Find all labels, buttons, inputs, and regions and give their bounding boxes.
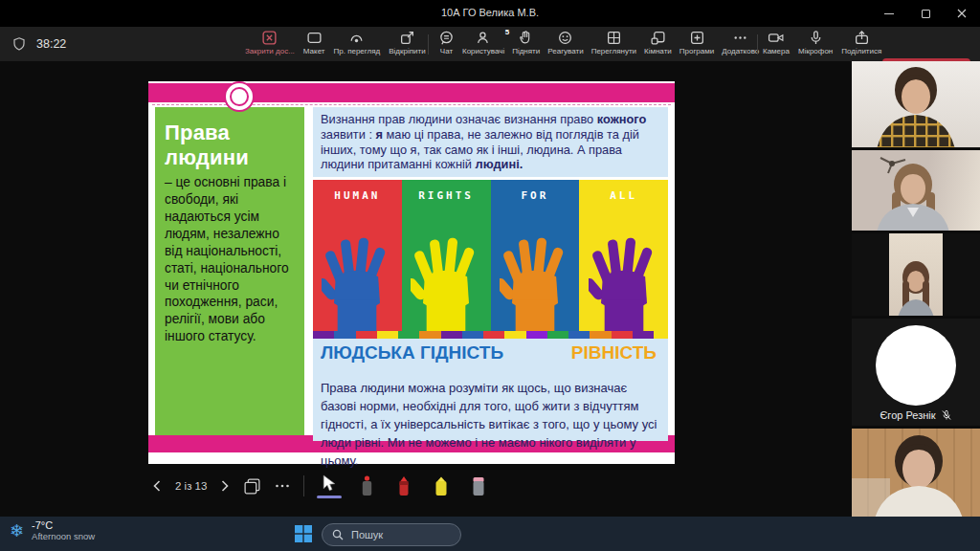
- raise-hand-icon: [518, 30, 534, 46]
- rooms-button[interactable]: Кімнати: [644, 27, 672, 61]
- participants-sidebar: Єгор Резнік: [852, 61, 980, 517]
- weather-widget[interactable]: ❄ -7°C Afternoon snow: [10, 519, 95, 541]
- stop-presenting-button[interactable]: Закрити дос...: [245, 27, 295, 61]
- poster-panel-all: ALL: [579, 180, 668, 331]
- people-icon: [476, 30, 492, 46]
- hand-icon: [411, 222, 481, 331]
- highlighter-tool[interactable]: [429, 469, 454, 503]
- color-strip: [313, 331, 668, 339]
- slide-top-paragraph: Визнання прав людини означає визнання пр…: [313, 107, 668, 177]
- eraser-icon: [471, 475, 486, 496]
- camera-icon: [768, 30, 785, 46]
- avatar: [876, 325, 956, 406]
- laser-pointer-tool[interactable]: [354, 469, 379, 503]
- poster-panel-human: HUMAN: [313, 180, 402, 331]
- slide-circle-ornament: [224, 81, 255, 112]
- participant-video: [852, 61, 980, 147]
- smiley-icon: [557, 30, 573, 46]
- close-icon: [957, 9, 967, 18]
- view-button[interactable]: Переглянути: [591, 27, 636, 61]
- mic-muted-icon: [941, 409, 952, 421]
- shield-icon: [11, 36, 27, 52]
- toolbar-divider: [757, 34, 758, 55]
- participant-video-tile[interactable]: [852, 61, 980, 147]
- camera-button[interactable]: Камера: [763, 27, 790, 61]
- cursor-icon: [322, 474, 337, 493]
- pen-icon: [396, 475, 412, 496]
- slide-definition-panel: Права людини – це основні права і свобод…: [155, 107, 304, 435]
- layout-button[interactable]: Макет: [303, 27, 325, 61]
- close-document-icon: [261, 30, 278, 46]
- share-button[interactable]: Поділитися: [841, 27, 881, 61]
- participant-video: [852, 150, 980, 231]
- snowflake-icon: ❄: [10, 520, 24, 540]
- slide-bottom-paragraph: Права людини можна розуміти як щось, що …: [321, 379, 663, 470]
- poster-panel-for: FOR: [491, 180, 580, 331]
- unpin-button[interactable]: Відкріпити: [389, 27, 425, 61]
- toolbar-divider: [428, 34, 429, 55]
- search-input[interactable]: [349, 528, 445, 541]
- presentation-slide: Права людини – це основні права і свобод…: [148, 81, 675, 464]
- participants-button[interactable]: 5 Користувачі: [462, 27, 504, 61]
- meeting-toolbar: 38:22 Закрити дос... Макет Пр. перегляд …: [0, 27, 980, 61]
- microphone-button[interactable]: Мікрофон: [798, 27, 833, 61]
- meeting-timer: 38:22: [36, 37, 66, 51]
- cursor-tool-selected[interactable]: [317, 469, 342, 503]
- minimize-button[interactable]: [871, 0, 907, 27]
- more-button[interactable]: Додатково: [722, 27, 759, 61]
- participants-count-badge: 5: [505, 28, 509, 36]
- weather-desc: Afternoon snow: [32, 531, 95, 541]
- microphone-icon: [808, 30, 824, 46]
- private-view-button[interactable]: Пр. перегляд: [333, 27, 380, 61]
- slide-title: Права людини: [165, 121, 295, 170]
- previous-slide-button[interactable]: [151, 479, 163, 493]
- apps-button[interactable]: Програми: [679, 27, 714, 61]
- slide-definition-text: – це основні права і свободи, які надают…: [165, 174, 295, 345]
- chat-icon: [438, 30, 455, 46]
- pop-out-icon: [399, 30, 415, 46]
- rooms-icon: [650, 30, 666, 46]
- teams-meeting-window: 10А ГО Велика М.В. 38:22 Закрити дос... …: [0, 0, 980, 551]
- add-app-icon: [689, 30, 705, 46]
- hand-icon: [322, 222, 392, 331]
- highlighter-icon: [433, 475, 450, 496]
- laser-pointer-icon: [360, 475, 374, 496]
- presenter-toolbar: 2 із 13: [151, 467, 491, 505]
- hand-icon: [589, 222, 659, 331]
- shared-content-stage: Права людини – це основні права і свобод…: [0, 61, 852, 517]
- weather-temp: -7°C: [32, 519, 95, 531]
- banner-equality: РІВНІСТЬ: [571, 342, 657, 364]
- participant-video-tile[interactable]: [852, 233, 980, 316]
- grid-view-icon: [606, 30, 622, 46]
- ellipsis-icon: [732, 30, 748, 46]
- private-view-icon: [348, 30, 365, 46]
- raise-hand-button[interactable]: Підняти: [512, 27, 540, 61]
- close-button[interactable]: [944, 0, 980, 27]
- banner-human-dignity: ЛЮДСЬКА ГІДНІСТЬ: [321, 342, 503, 364]
- maximize-button[interactable]: [907, 0, 944, 27]
- next-slide-button[interactable]: [219, 479, 231, 493]
- slide-grid-button[interactable]: [243, 477, 261, 496]
- participant-video: [852, 233, 980, 316]
- window-title: 10А ГО Велика М.В.: [0, 7, 980, 18]
- participant-video: [852, 429, 980, 517]
- participant-video-tile[interactable]: [852, 429, 980, 517]
- chat-button[interactable]: Чат: [438, 27, 455, 61]
- layout-icon: [306, 30, 323, 46]
- slide-page-indicator: 2 із 13: [175, 480, 207, 492]
- windows-taskbar: ❄ -7°C Afternoon snow: [0, 517, 980, 551]
- start-button[interactable]: [295, 525, 312, 542]
- human-rights-poster: HUMAN RIGHTS FOR ALL: [313, 180, 668, 331]
- participant-audio-tile[interactable]: Єгор Резнік: [852, 319, 980, 426]
- taskbar-search[interactable]: [322, 523, 461, 546]
- participant-video-tile[interactable]: [852, 150, 980, 231]
- eraser-tool[interactable]: [466, 469, 491, 503]
- poster-panel-rights: RIGHTS: [402, 180, 491, 331]
- react-button[interactable]: Реагувати: [547, 27, 583, 61]
- search-icon: [332, 529, 344, 540]
- pen-tool[interactable]: [391, 469, 416, 503]
- active-tool-underline: [317, 496, 342, 498]
- presenter-more-button[interactable]: [274, 477, 291, 495]
- slide-bottom-panel: ЛЮДСЬКА ГІДНІСТЬ РІВНІСТЬ Права людини м…: [313, 339, 668, 441]
- window-titlebar: 10А ГО Велика М.В.: [0, 0, 980, 27]
